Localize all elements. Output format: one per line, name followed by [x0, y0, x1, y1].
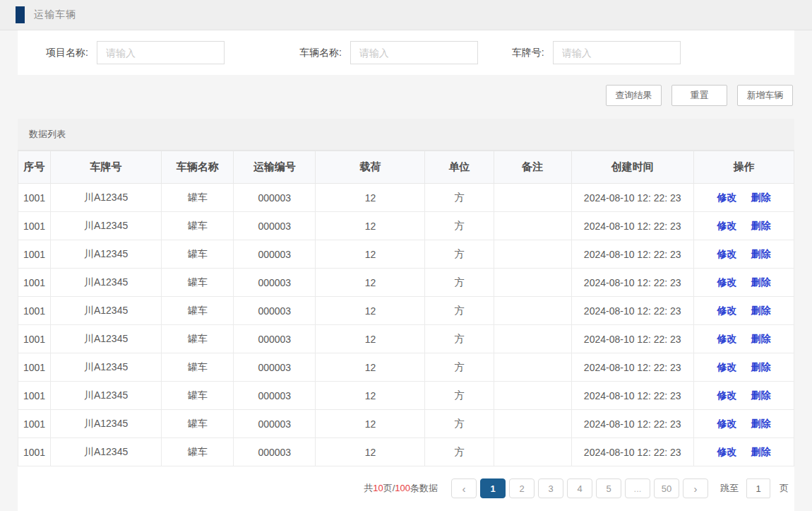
transport-no-cell: 000003	[234, 212, 316, 240]
column-header: 载荷	[316, 151, 425, 184]
unit-cell: 方	[425, 438, 494, 466]
page-button-active[interactable]: 1	[480, 478, 506, 498]
created-time-cell: 2024-08-10 12: 22: 23	[571, 325, 693, 353]
page-button[interactable]: 2	[509, 478, 535, 498]
seq-cell: 1001	[18, 410, 51, 438]
delete-link[interactable]: 删除	[751, 248, 770, 259]
page-button[interactable]: 4	[567, 478, 592, 498]
vehicle-table: 序号车牌号车辆名称运输编号载荷单位备注创建时间操作 1001川A12345罐车0…	[18, 151, 794, 466]
delete-link[interactable]: 删除	[751, 305, 770, 316]
actions-cell: 修改删除	[693, 269, 794, 297]
column-header: 创建时间	[571, 151, 693, 184]
remark-cell	[494, 438, 571, 466]
page-button[interactable]: 3	[538, 478, 563, 498]
delete-link[interactable]: 删除	[751, 276, 770, 288]
column-header: 运输编号	[234, 151, 316, 184]
seq-cell: 1001	[18, 297, 51, 325]
delete-link[interactable]: 删除	[751, 333, 770, 344]
query-button[interactable]: 查询结果	[606, 85, 662, 106]
transport-no-cell: 000003	[234, 438, 316, 466]
remark-cell	[494, 297, 571, 325]
next-page-button[interactable]: ›	[683, 478, 708, 498]
page-button[interactable]: 50	[654, 478, 679, 498]
created-time-cell: 2024-08-10 12: 22: 23	[571, 382, 693, 410]
remark-cell	[494, 184, 571, 212]
delete-link[interactable]: 删除	[751, 446, 770, 457]
reset-button[interactable]: 重置	[671, 85, 727, 106]
actions-cell: 修改删除	[693, 240, 794, 269]
prev-page-button[interactable]: ‹	[451, 478, 477, 498]
edit-link[interactable]: 修改	[717, 220, 736, 231]
load-cell: 12	[316, 184, 425, 212]
edit-link[interactable]: 修改	[717, 333, 736, 344]
delete-link[interactable]: 删除	[751, 418, 770, 429]
edit-link[interactable]: 修改	[717, 418, 736, 429]
unit-cell: 方	[425, 269, 494, 297]
delete-link[interactable]: 删除	[751, 389, 770, 401]
actions-cell: 修改删除	[693, 382, 794, 410]
column-header: 操作	[693, 151, 794, 184]
edit-link[interactable]: 修改	[717, 446, 736, 457]
unit-cell: 方	[425, 240, 494, 269]
edit-link[interactable]: 修改	[717, 276, 736, 288]
vehicle-name-input[interactable]	[350, 41, 478, 64]
table-row: 1001川A12345罐车00000312方2024-08-10 12: 22:…	[18, 325, 794, 353]
jump-page-input[interactable]	[746, 478, 770, 498]
pagination-bar: 共10页/100条数据 ‹ 12345...50 › 跳至 页	[18, 466, 794, 498]
vehicle-name-cell: 罐车	[162, 212, 234, 240]
table-row: 1001川A12345罐车00000312方2024-08-10 12: 22:…	[18, 382, 794, 410]
plate-number-input[interactable]	[553, 41, 681, 64]
remark-cell	[494, 410, 571, 438]
edit-link[interactable]: 修改	[717, 248, 736, 259]
table-row: 1001川A12345罐车00000312方2024-08-10 12: 22:…	[18, 184, 794, 212]
created-time-cell: 2024-08-10 12: 22: 23	[571, 240, 693, 269]
created-time-cell: 2024-08-10 12: 22: 23	[571, 410, 693, 438]
vehicle-name-field: 车辆名称:	[299, 41, 478, 64]
vehicle-name-cell: 罐车	[162, 353, 234, 382]
edit-link[interactable]: 修改	[717, 389, 736, 401]
delete-link[interactable]: 删除	[751, 192, 770, 203]
unit-cell: 方	[425, 353, 494, 382]
unit-cell: 方	[425, 297, 494, 325]
edit-link[interactable]: 修改	[717, 192, 736, 203]
delete-link[interactable]: 删除	[751, 220, 770, 231]
seq-cell: 1001	[18, 269, 51, 297]
created-time-cell: 2024-08-10 12: 22: 23	[571, 438, 693, 466]
vehicle-name-cell: 罐车	[162, 184, 234, 212]
actions-cell: 修改删除	[693, 212, 794, 240]
pagination-summary: 共10页/100条数据	[364, 482, 438, 495]
plate-cell: 川A12345	[51, 240, 162, 269]
column-header: 序号	[18, 151, 51, 184]
table-header-row: 序号车牌号车辆名称运输编号载荷单位备注创建时间操作	[18, 151, 794, 184]
table-row: 1001川A12345罐车00000312方2024-08-10 12: 22:…	[18, 353, 794, 382]
page-button[interactable]: 5	[596, 478, 621, 498]
seq-cell: 1001	[18, 353, 51, 382]
data-list-panel: 数据列表 序号车牌号车辆名称运输编号载荷单位备注创建时间操作 1001川A123…	[18, 119, 794, 511]
transport-no-cell: 000003	[234, 269, 316, 297]
column-header: 备注	[494, 151, 571, 184]
vehicle-name-cell: 罐车	[162, 325, 234, 353]
vehicle-name-label: 车辆名称:	[299, 47, 342, 59]
add-vehicle-button[interactable]: 新增车辆	[737, 85, 793, 106]
transport-no-cell: 000003	[234, 382, 316, 410]
edit-link[interactable]: 修改	[717, 361, 736, 372]
vehicle-name-cell: 罐车	[162, 410, 234, 438]
edit-link[interactable]: 修改	[717, 305, 736, 316]
table-row: 1001川A12345罐车00000312方2024-08-10 12: 22:…	[18, 269, 794, 297]
plate-cell: 川A12345	[51, 269, 162, 297]
created-time-cell: 2024-08-10 12: 22: 23	[571, 297, 693, 325]
plate-cell: 川A12345	[51, 325, 162, 353]
load-cell: 12	[316, 353, 425, 382]
plate-cell: 川A12345	[51, 184, 162, 212]
data-list-title: 数据列表	[18, 119, 794, 151]
actions-cell: 修改删除	[693, 410, 794, 438]
load-cell: 12	[316, 297, 425, 325]
delete-link[interactable]: 删除	[751, 361, 770, 372]
actions-cell: 修改删除	[693, 353, 794, 382]
load-cell: 12	[316, 438, 425, 466]
unit-cell: 方	[425, 212, 494, 240]
project-name-input[interactable]	[97, 41, 225, 64]
plate-cell: 川A12345	[51, 297, 162, 325]
unit-cell: 方	[425, 410, 494, 438]
unit-cell: 方	[425, 184, 494, 212]
